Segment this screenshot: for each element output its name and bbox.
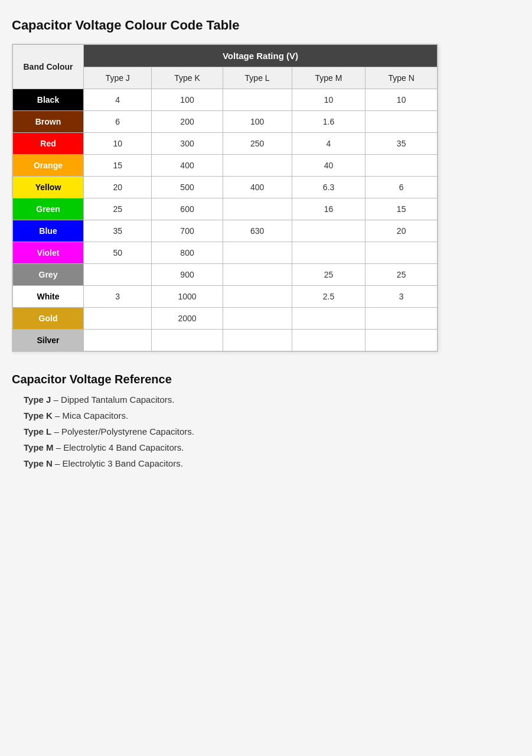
table-row: Green256001615	[13, 198, 438, 220]
voltage-value-cell	[84, 330, 152, 351]
voltage-value-cell	[84, 308, 152, 330]
voltage-value-cell: 1.6	[292, 111, 365, 133]
reference-title: Capacitor Voltage Reference	[12, 373, 520, 386]
voltage-value-cell	[292, 242, 365, 264]
band-colour-cell: White	[13, 286, 84, 308]
voltage-value-cell: 6	[365, 177, 438, 198]
type-col-header: Type N	[365, 67, 438, 89]
voltage-value-cell	[365, 155, 438, 177]
voltage-value-cell: 10	[292, 89, 365, 111]
voltage-value-cell: 900	[152, 264, 223, 286]
band-colour-cell: Black	[13, 89, 84, 111]
voltage-value-cell	[365, 330, 438, 351]
voltage-value-cell: 35	[84, 220, 152, 242]
voltage-value-cell: 25	[292, 264, 365, 286]
voltage-value-cell: 3	[365, 286, 438, 308]
voltage-value-cell: 100	[223, 111, 292, 133]
table-row: Yellow205004006.36	[13, 177, 438, 198]
band-colour-cell: Red	[13, 133, 84, 155]
voltage-value-cell: 50	[84, 242, 152, 264]
voltage-value-cell: 400	[152, 155, 223, 177]
voltage-value-cell: 6.3	[292, 177, 365, 198]
voltage-value-cell	[292, 220, 365, 242]
type-col-header: Type L	[223, 67, 292, 89]
colour-code-table: Band Colour Voltage Rating (V) Type JTyp…	[12, 44, 438, 352]
voltage-value-cell: 250	[223, 133, 292, 155]
page-title: Capacitor Voltage Colour Code Table	[12, 18, 520, 33]
table-row: Orange1540040	[13, 155, 438, 177]
voltage-value-cell: 600	[152, 198, 223, 220]
voltage-value-cell: 1000	[152, 286, 223, 308]
voltage-value-cell: 100	[152, 89, 223, 111]
voltage-value-cell: 630	[223, 220, 292, 242]
band-colour-cell: Green	[13, 198, 84, 220]
voltage-value-cell: 6	[84, 111, 152, 133]
voltage-value-cell	[292, 308, 365, 330]
reference-item: Type K – Mica Capacitors.	[24, 410, 520, 421]
voltage-value-cell	[223, 89, 292, 111]
voltage-value-cell: 20	[84, 177, 152, 198]
voltage-value-cell	[223, 264, 292, 286]
band-colour-cell: Blue	[13, 220, 84, 242]
voltage-value-cell: 400	[223, 177, 292, 198]
voltage-value-cell: 20	[365, 220, 438, 242]
voltage-value-cell	[365, 308, 438, 330]
band-colour-cell: Grey	[13, 264, 84, 286]
type-col-header: Type K	[152, 67, 223, 89]
voltage-value-cell: 10	[365, 89, 438, 111]
table-row: Black41001010	[13, 89, 438, 111]
band-colour-cell: Violet	[13, 242, 84, 264]
voltage-value-cell: 800	[152, 242, 223, 264]
band-colour-header: Band Colour	[13, 45, 84, 89]
voltage-value-cell: 16	[292, 198, 365, 220]
voltage-value-cell: 40	[292, 155, 365, 177]
table-row: Violet50800	[13, 242, 438, 264]
type-col-header: Type M	[292, 67, 365, 89]
reference-list: Type J – Dipped Tantalum Capacitors.Type…	[12, 395, 520, 468]
voltage-value-cell	[223, 242, 292, 264]
band-colour-cell: Gold	[13, 308, 84, 330]
table-body: Black41001010Brown62001001.6Red103002504…	[13, 89, 438, 351]
voltage-value-cell: 2.5	[292, 286, 365, 308]
table-row: Blue3570063020	[13, 220, 438, 242]
type-col-header: Type J	[84, 67, 152, 89]
voltage-value-cell: 4	[84, 89, 152, 111]
voltage-value-cell: 500	[152, 177, 223, 198]
voltage-value-cell	[292, 330, 365, 351]
voltage-value-cell	[84, 264, 152, 286]
voltage-value-cell	[223, 308, 292, 330]
table-row: White310002.53	[13, 286, 438, 308]
table-row: Grey9002525	[13, 264, 438, 286]
voltage-value-cell	[223, 198, 292, 220]
reference-item: Type J – Dipped Tantalum Capacitors.	[24, 395, 520, 405]
reference-item: Type L – Polyester/Polystyrene Capacitor…	[24, 426, 520, 436]
voltage-value-cell: 700	[152, 220, 223, 242]
voltage-value-cell	[365, 111, 438, 133]
voltage-value-cell: 4	[292, 133, 365, 155]
band-colour-cell: Silver	[13, 330, 84, 351]
reference-item: Type M – Electrolytic 4 Band Capacitors.	[24, 442, 520, 452]
voltage-rating-header: Voltage Rating (V)	[84, 45, 438, 67]
voltage-value-cell	[223, 286, 292, 308]
band-colour-cell: Orange	[13, 155, 84, 177]
voltage-value-cell: 35	[365, 133, 438, 155]
table-row: Gold2000	[13, 308, 438, 330]
band-colour-cell: Yellow	[13, 177, 84, 198]
voltage-value-cell	[365, 242, 438, 264]
voltage-value-cell: 200	[152, 111, 223, 133]
voltage-value-cell: 3	[84, 286, 152, 308]
voltage-value-cell: 25	[365, 264, 438, 286]
voltage-value-cell: 300	[152, 133, 223, 155]
voltage-value-cell	[152, 330, 223, 351]
voltage-value-cell	[223, 155, 292, 177]
table-row: Silver	[13, 330, 438, 351]
voltage-value-cell	[223, 330, 292, 351]
voltage-value-cell: 15	[365, 198, 438, 220]
reference-item: Type N – Electrolytic 3 Band Capacitors.	[24, 458, 520, 468]
voltage-value-cell: 10	[84, 133, 152, 155]
table-row: Red10300250435	[13, 133, 438, 155]
voltage-value-cell: 2000	[152, 308, 223, 330]
voltage-value-cell: 25	[84, 198, 152, 220]
voltage-value-cell: 15	[84, 155, 152, 177]
band-colour-cell: Brown	[13, 111, 84, 133]
